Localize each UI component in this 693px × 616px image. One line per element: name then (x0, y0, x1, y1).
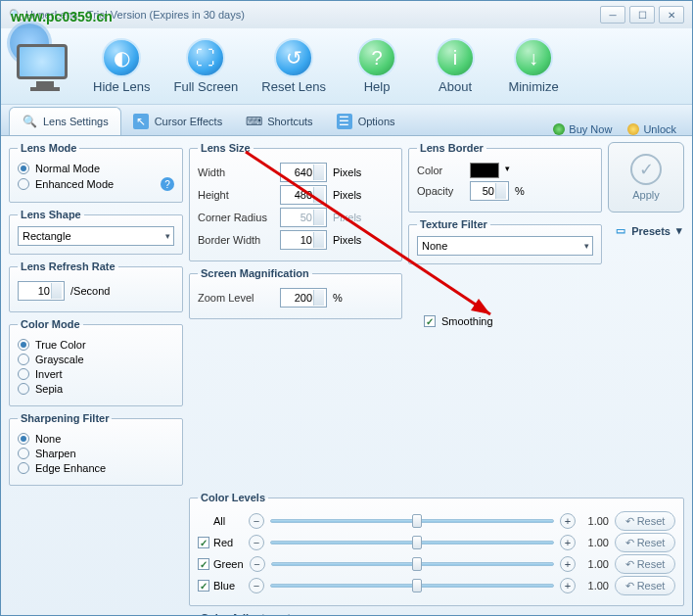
sharpen-none-radio[interactable]: None (18, 433, 174, 445)
all-minus[interactable]: − (249, 513, 264, 529)
presets-dropdown[interactable]: ▭Presets▾ (614, 218, 684, 243)
lens-shape-legend: Lens Shape (18, 209, 84, 220)
red-reset[interactable]: ↶Reset (615, 533, 675, 552)
zoom-level-input[interactable]: 200 (280, 288, 327, 308)
red-minus[interactable]: − (249, 535, 264, 550)
smoothing-check[interactable]: Smoothing (424, 315, 493, 327)
sepia-radio[interactable]: Sepia (18, 383, 174, 395)
magnifier-icon: 🔍 (22, 114, 37, 129)
lens-size-legend: Lens Size (198, 142, 254, 154)
undo-icon: ↶ (625, 558, 634, 571)
sharpen-legend: Sharpening Filter (18, 412, 112, 424)
width-input[interactable]: 640 (280, 163, 327, 182)
sharpen-radio[interactable]: Sharpen (18, 448, 174, 459)
undo-icon: ↶ (625, 537, 634, 549)
grayscale-radio[interactable]: Grayscale (18, 354, 174, 365)
texture-filter-combo[interactable]: None (417, 236, 593, 256)
corner-radius-input: 50 (280, 208, 327, 227)
refresh-rate-input[interactable]: 10 (18, 281, 65, 301)
lens-border-legend: Lens Border (417, 142, 486, 154)
blue-plus[interactable]: + (560, 578, 576, 593)
green-slider[interactable] (271, 557, 554, 571)
all-slider[interactable] (270, 514, 554, 528)
red-plus[interactable]: + (560, 535, 576, 550)
texture-legend: Texture Filter (417, 218, 490, 230)
green-check[interactable] (198, 558, 209, 570)
green-minus[interactable]: − (250, 556, 265, 572)
help-button[interactable]: ?Help (340, 34, 414, 98)
options-icon: ☰ (337, 114, 352, 129)
blue-minus[interactable]: − (249, 578, 264, 593)
chevron-down-icon: ▾ (676, 224, 682, 237)
app-icon: 🔍 (9, 9, 23, 22)
color-levels-legend: Color Levels (198, 492, 268, 503)
cursor-icon: ↖ (133, 114, 149, 129)
check-icon: ✓ (630, 154, 662, 185)
border-width-input[interactable]: 10 (280, 230, 327, 250)
enhanced-mode-radio[interactable]: Enhanced Mode? (18, 177, 174, 191)
edge-enhance-radio[interactable]: Edge Enhance (18, 462, 174, 474)
red-slider[interactable] (270, 536, 554, 549)
help-icon[interactable]: ? (161, 177, 174, 191)
border-color-picker[interactable] (470, 163, 499, 178)
opacity-input[interactable]: 50 (470, 181, 509, 201)
refresh-legend: Lens Refresh Rate (18, 261, 118, 272)
height-input[interactable]: 480 (280, 185, 327, 205)
reset-lens-button[interactable]: ↺Reset Lens (252, 34, 336, 98)
tab-lens-settings[interactable]: 🔍Lens Settings (9, 107, 121, 135)
globe-icon (553, 123, 565, 135)
lock-icon (627, 123, 639, 135)
unlock-link[interactable]: Unlock (620, 123, 684, 135)
presets-icon: ▭ (616, 224, 625, 237)
keyboard-icon: ⌨ (246, 114, 261, 129)
apply-button[interactable]: ✓Apply (608, 142, 684, 213)
magnification-legend: Screen Magnification (198, 267, 312, 279)
about-button[interactable]: iAbout (418, 34, 492, 98)
close-window-button[interactable]: ✕ (659, 6, 684, 24)
buy-now-link[interactable]: Buy Now (545, 123, 620, 135)
undo-icon: ↶ (625, 580, 634, 592)
invert-radio[interactable]: Invert (18, 368, 174, 380)
maximize-window-button[interactable]: ☐ (629, 6, 655, 24)
normal-mode-radio[interactable]: Normal Mode (18, 163, 174, 174)
window-title: HyperLens - Trial Version (Expires in 30… (25, 9, 245, 21)
tab-cursor-effects[interactable]: ↖Cursor Effects (121, 108, 235, 135)
blue-check[interactable] (198, 580, 209, 592)
true-color-radio[interactable]: True Color (18, 339, 174, 351)
red-check[interactable] (198, 537, 209, 548)
hide-lens-button[interactable]: ◐Hide Lens (83, 34, 161, 98)
color-mode-legend: Color Mode (18, 318, 83, 330)
all-reset[interactable]: ↶Reset (615, 511, 675, 531)
green-plus[interactable]: + (560, 556, 576, 572)
lens-shape-combo[interactable]: Rectangle (18, 226, 174, 246)
green-reset[interactable]: ↶Reset (615, 554, 675, 574)
tab-shortcuts[interactable]: ⌨Shortcuts (234, 108, 324, 135)
color-adjustments-legend: Color Adjustments (198, 612, 300, 615)
blue-slider[interactable] (270, 579, 554, 592)
all-plus[interactable]: + (560, 513, 576, 529)
blue-reset[interactable]: ↶Reset (615, 576, 675, 595)
full-screen-button[interactable]: ⛶Full Screen (164, 34, 249, 98)
lens-mode-legend: Lens Mode (18, 142, 79, 154)
minimize-window-button[interactable]: ─ (600, 6, 625, 24)
minimize-button[interactable]: ↓Minimize (496, 34, 571, 98)
app-logo-icon (17, 44, 73, 91)
tab-options[interactable]: ☰Options (325, 108, 407, 135)
undo-icon: ↶ (625, 515, 634, 528)
